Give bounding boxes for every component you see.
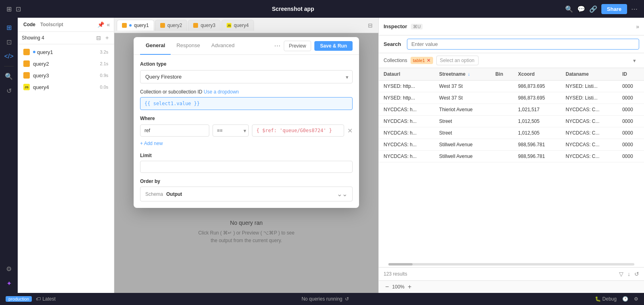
- where-delete-button[interactable]: ✕: [347, 127, 353, 135]
- no-queries-label: No queries running: [301, 296, 342, 302]
- col-header-streetname[interactable]: Streetname ↓: [434, 68, 491, 81]
- list-item[interactable]: query1 3.2s: [19, 46, 112, 58]
- table-cell: 0000: [617, 139, 644, 151]
- add-query-button[interactable]: ＋: [104, 34, 110, 41]
- sidebar-icon-code[interactable]: </>: [2, 50, 15, 63]
- add-new-button[interactable]: + Add new: [140, 140, 163, 147]
- action-type-select[interactable]: Query Firestore: [140, 70, 353, 83]
- tab-icon: [122, 23, 127, 28]
- scrollbar-thumb[interactable]: [388, 263, 413, 266]
- pin-button[interactable]: 📌: [97, 21, 104, 28]
- share-button[interactable]: Share: [601, 4, 627, 14]
- col-header-xcoord[interactable]: Xcoord: [513, 68, 561, 81]
- tab-toolscript[interactable]: Toolscript: [39, 21, 65, 28]
- list-item[interactable]: query2 2.1s: [19, 58, 112, 69]
- query-name: query2: [33, 61, 100, 67]
- table-row[interactable]: NYCDCAS: h...Stillwell Avenue988,596.781…: [379, 139, 644, 151]
- table-row[interactable]: NYCDCAS: h...Street1,012,505NYCDCAS: C..…: [379, 116, 644, 127]
- sidebar-icon-home[interactable]: ⊞: [2, 21, 15, 34]
- modal-tab-advanced[interactable]: Advanced: [206, 37, 240, 55]
- modal-tab-actions: ⋯ Preview Save & Run: [274, 41, 353, 51]
- layout-icon[interactable]: ⊡: [16, 5, 21, 13]
- more-icon[interactable]: ⋯: [631, 5, 638, 13]
- table-cell: [491, 92, 513, 104]
- table-cell: Thieriot Avenue: [434, 104, 491, 116]
- env-badge[interactable]: production: [6, 296, 32, 302]
- save-run-button[interactable]: Save & Run: [314, 41, 353, 51]
- table-row[interactable]: NYCDCAS: h...Thieriot Avenue1,021,517NYC…: [379, 104, 644, 116]
- sidebar-icon-settings[interactable]: ⚙: [2, 262, 15, 275]
- sidebar-icon-search[interactable]: 🔍: [2, 70, 15, 83]
- data-table-container: Dataurl Streetname ↓ Bin Xcoord Dataname…: [379, 68, 644, 261]
- tab-query2[interactable]: query2: [155, 20, 188, 31]
- col-header-dataurl[interactable]: Dataurl: [379, 68, 434, 81]
- table-cell: 1,012,505: [513, 116, 561, 127]
- download-button[interactable]: ↓: [627, 271, 630, 277]
- col-header-dataname[interactable]: Dataname: [561, 68, 617, 81]
- zoom-out-button[interactable]: −: [385, 283, 389, 290]
- table-cell: 0000: [617, 92, 644, 104]
- minimize-tabs-button[interactable]: ⊟: [365, 22, 376, 29]
- tab-code[interactable]: Code: [22, 21, 37, 28]
- where-op-select[interactable]: == != > <: [213, 124, 249, 137]
- showing-actions: ⊟ ＋: [96, 34, 110, 41]
- tab-query1[interactable]: query1: [117, 20, 154, 31]
- preview-button[interactable]: Preview: [284, 41, 312, 51]
- search-input[interactable]: [407, 39, 639, 50]
- limit-input[interactable]: [140, 161, 353, 173]
- tab-label: query2: [167, 23, 182, 28]
- inspector-title: Inspector: [384, 23, 407, 29]
- table-badge-close[interactable]: ✕: [427, 58, 431, 63]
- col-header-id[interactable]: ID: [617, 68, 644, 81]
- modal-tab-general[interactable]: General: [140, 37, 171, 55]
- query-editor-modal: General Response Advanced ⋯ Preview Save…: [134, 37, 359, 208]
- sidebar-icon-layout[interactable]: ⊡: [2, 35, 15, 48]
- filter-button[interactable]: ⊟: [96, 35, 101, 41]
- list-item[interactable]: query3 0.9s: [19, 70, 112, 81]
- chat-icon[interactable]: 💬: [577, 5, 585, 13]
- table-cell: 0000: [617, 127, 644, 139]
- filter-results-button[interactable]: ▽: [619, 271, 623, 277]
- table-row[interactable]: NYSED: http...West 37 St986,873.695NYSED…: [379, 81, 644, 92]
- link-icon[interactable]: 🔗: [589, 5, 597, 13]
- results-count: 123 results: [384, 271, 407, 277]
- col-header-bin[interactable]: Bin: [491, 68, 513, 81]
- list-item[interactable]: JS query4 0.0s: [19, 81, 112, 93]
- collection-input[interactable]: [140, 97, 353, 110]
- table-cell: NYCDCAS: C...: [561, 139, 617, 151]
- table-row[interactable]: NYCDCAS: h...Street1,012,505NYCDCAS: C..…: [379, 127, 644, 139]
- where-value-input[interactable]: [252, 124, 344, 137]
- modal-tab-response[interactable]: Response: [171, 37, 206, 55]
- tab-query4[interactable]: JS query4: [221, 20, 254, 31]
- order-tab-schema[interactable]: Schema: [145, 191, 163, 197]
- table-cell: 986,873.695: [513, 81, 561, 92]
- horizontal-scrollbar[interactable]: [379, 261, 644, 267]
- inspector-shortcut: ⌘U: [411, 24, 423, 29]
- table-cell: [491, 127, 513, 139]
- table-row[interactable]: NYCDCAS: h...Stillwell Avenue988,596.781…: [379, 151, 644, 162]
- tab-query3[interactable]: query3: [188, 20, 221, 31]
- table-row[interactable]: NYSED: http...West 37 St986,873.695NYSED…: [379, 92, 644, 104]
- collections-select[interactable]: Select an option: [436, 56, 479, 65]
- order-expand-button[interactable]: ⌄⌄: [337, 190, 347, 198]
- refresh-button[interactable]: ↺: [634, 271, 639, 277]
- scrollbar-track: [388, 263, 634, 266]
- query-time: 0.9s: [100, 73, 108, 78]
- table-cell: NYCDCAS: h...: [379, 116, 434, 127]
- table-cell: NYSED: Listi...: [561, 92, 617, 104]
- collection-link[interactable]: Use a dropdown: [204, 89, 239, 95]
- search-icon[interactable]: 🔍: [565, 5, 573, 13]
- grid-icon[interactable]: ⊞: [6, 5, 12, 13]
- collapse-panel-button[interactable]: «: [107, 21, 110, 28]
- where-field-input[interactable]: [140, 124, 209, 137]
- tab-label: query3: [200, 23, 215, 28]
- tab-icon: [193, 23, 198, 28]
- status-tag: 🏷 Latest: [36, 296, 56, 302]
- inspector-collapse-button[interactable]: »: [636, 23, 639, 30]
- modal-more-button[interactable]: ⋯: [274, 42, 281, 50]
- sidebar-icon-history[interactable]: ↺: [2, 84, 15, 97]
- query-icon: JS: [23, 84, 30, 90]
- clock-icon: 🕐: [622, 296, 628, 302]
- order-tab-output[interactable]: Output: [166, 191, 182, 197]
- zoom-in-button[interactable]: +: [408, 283, 411, 290]
